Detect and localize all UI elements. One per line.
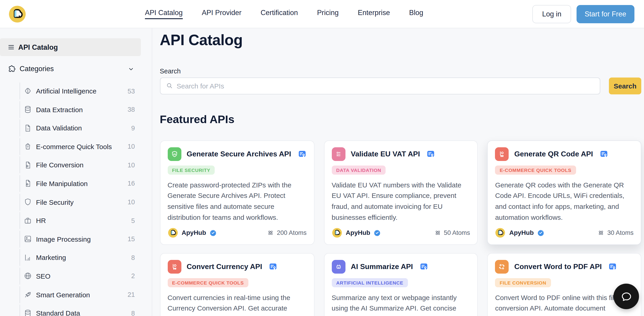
- category-tag[interactable]: FILE SECURITY: [168, 165, 215, 174]
- api-card-validate-eu-vat-api[interactable]: Validate EU VAT APIDATA VALIDATIONValida…: [324, 140, 478, 245]
- card-footer: ApyHub30 Atoms: [495, 223, 634, 238]
- api-card-title: Validate EU VAT API: [351, 150, 420, 158]
- nav-link-enterprise[interactable]: Enterprise: [358, 9, 390, 19]
- category-tag[interactable]: ARTIFICIAL INTELLIGENCE: [332, 278, 408, 287]
- image-icon: [23, 235, 32, 244]
- atom-icon: [598, 229, 604, 236]
- login-button[interactable]: Log in: [532, 5, 571, 23]
- sidebar-item-marketing[interactable]: Marketing8: [20, 249, 152, 266]
- cart-icon: [495, 147, 509, 161]
- briefcase-icon: [23, 216, 32, 225]
- brain-icon: [23, 86, 32, 96]
- api-card-title: Generate QR Code API: [514, 150, 593, 158]
- certification-badge-icon: [298, 149, 306, 158]
- card-header: Convert Word to PDF API: [495, 260, 634, 273]
- category-tag[interactable]: E-COMMERCE QUICK TOOLS: [168, 278, 248, 287]
- main-content: API Catalog Search Search Featured APIs …: [152, 28, 644, 316]
- verified-icon: [537, 229, 544, 236]
- sidebar-item-file-manipulation[interactable]: File Manipulation16: [20, 175, 152, 192]
- nav-link-pricing[interactable]: Pricing: [317, 9, 339, 19]
- apyhub-logo-icon[interactable]: [8, 5, 26, 23]
- category-label: Marketing: [36, 254, 66, 261]
- category-label: HR: [36, 217, 46, 224]
- category-label: Artificial Intelligence: [36, 87, 96, 95]
- certification-badge-icon: [268, 262, 278, 271]
- certification-badge-icon: [599, 149, 608, 158]
- provider-name: ApyHub: [182, 229, 206, 236]
- category-count: 8: [131, 254, 135, 261]
- nav-link-api-catalog[interactable]: API Catalog: [145, 9, 182, 19]
- chevron-down-icon[interactable]: [128, 66, 134, 72]
- atoms-cost: 50 Atoms: [434, 229, 470, 236]
- top-navigation: API CatalogAPI ProviderCertificationPric…: [0, 0, 644, 28]
- card-header: Generate QR Code API: [495, 147, 634, 161]
- api-card-convert-currency-api[interactable]: Convert Currency APIE-COMMERCE QUICK TOO…: [160, 253, 314, 316]
- nav-link-blog[interactable]: Blog: [409, 9, 423, 19]
- category-label: File Conversion: [36, 161, 84, 169]
- api-card-generate-secure-archives-api[interactable]: Generate Secure Archives APIFILE SECURIT…: [160, 140, 314, 245]
- checklist-icon: [332, 147, 345, 161]
- bar-chart-icon: [23, 253, 32, 262]
- search-button[interactable]: Search: [609, 77, 641, 94]
- sidebar-item-e-commerce-quick-tools[interactable]: E-commerce Quick Tools10: [20, 138, 152, 155]
- api-card-description: Summarize any text or webpage instantly …: [332, 292, 470, 316]
- sidebar-item-data-extraction[interactable]: Data Extraction38: [20, 101, 152, 118]
- category-count: 10: [128, 143, 135, 150]
- api-card-ai-summarize-api[interactable]: AI Summarize APIARTIFICIAL INTELLIGENCES…: [324, 253, 478, 316]
- page-title: API Catalog: [160, 31, 641, 49]
- category-label: Data Validation: [36, 124, 82, 132]
- category-count: 53: [128, 87, 135, 95]
- chat-widget-button[interactable]: [614, 284, 639, 309]
- category-count: 5: [131, 217, 135, 224]
- sidebar-item-file-security[interactable]: File Security10: [20, 194, 152, 210]
- database-icon: [23, 308, 32, 316]
- category-label: Smart Generation: [36, 291, 90, 298]
- sidebar-item-smart-generation[interactable]: Smart Generation21: [20, 286, 152, 303]
- category-tag[interactable]: DATA VALIDATION: [332, 165, 386, 174]
- featured-api-cards: Generate Secure Archives APIFILE SECURIT…: [160, 140, 641, 316]
- shopping-bag-icon: [23, 142, 32, 151]
- provider: ApyHub: [168, 227, 216, 238]
- shield-icon: [23, 197, 32, 207]
- search-input[interactable]: [176, 82, 595, 90]
- provider: ApyHub: [495, 227, 544, 238]
- start-for-free-button[interactable]: Start for Free: [576, 5, 634, 23]
- database-icon: [23, 105, 32, 114]
- provider-name: ApyHub: [346, 229, 370, 236]
- category-tag[interactable]: E-COMMERCE QUICK TOOLS: [495, 165, 576, 174]
- nav-actions: Log in Start for Free: [532, 5, 634, 23]
- rocket-icon: [23, 290, 32, 299]
- api-card-title: Convert Currency API: [187, 262, 262, 271]
- card-header: Generate Secure Archives API: [168, 147, 306, 161]
- category-count: 16: [128, 180, 135, 187]
- certification-badge-icon: [419, 262, 428, 271]
- cart-icon: [168, 260, 181, 273]
- chat-bubble-icon: [620, 290, 632, 302]
- nav-link-certification[interactable]: Certification: [260, 9, 298, 19]
- api-card-description: Convert Word to PDF online with this fil…: [495, 292, 634, 316]
- hamburger-menu-icon[interactable]: [7, 43, 15, 51]
- card-header: AI Summarize API: [332, 260, 470, 273]
- sidebar-item-artificial-intelligence[interactable]: Artificial Intelligence53: [20, 83, 152, 99]
- sidebar-categories-toggle[interactable]: Categories: [0, 61, 152, 77]
- file-gear-icon: [23, 179, 32, 188]
- sidebar-item-file-conversion[interactable]: File Conversion10: [20, 157, 152, 173]
- api-card-generate-qr-code-api[interactable]: Generate QR Code APIE-COMMERCE QUICK TOO…: [488, 140, 641, 245]
- nav-links: API CatalogAPI ProviderCertificationPric…: [145, 9, 423, 19]
- category-label: SEO: [36, 272, 50, 280]
- sidebar-item-data-validation[interactable]: Data Validation9: [20, 119, 152, 136]
- certification-badge-icon: [426, 149, 436, 158]
- card-header: Validate EU VAT API: [332, 147, 470, 161]
- provider-name: ApyHub: [509, 229, 534, 236]
- card-footer: ApyHub200 Atoms: [168, 223, 306, 238]
- sidebar-item-hr[interactable]: HR5: [20, 212, 152, 229]
- sidebar-header-api-catalog[interactable]: API Catalog: [0, 38, 141, 56]
- category-count: 10: [128, 161, 135, 169]
- sidebar-item-seo[interactable]: SEO2: [20, 268, 152, 284]
- sidebar-item-standard-data[interactable]: Standard Data8: [20, 304, 152, 316]
- featured-apis-title: Featured APIs: [160, 112, 641, 126]
- sidebar-item-image-processing[interactable]: Image Processing15: [20, 231, 152, 248]
- category-tag[interactable]: FILE CONVERSION: [495, 278, 551, 287]
- api-card-convert-word-to-pdf-api[interactable]: Convert Word to PDF APIFILE CONVERSIONCo…: [488, 253, 641, 316]
- nav-link-api-provider[interactable]: API Provider: [202, 9, 241, 19]
